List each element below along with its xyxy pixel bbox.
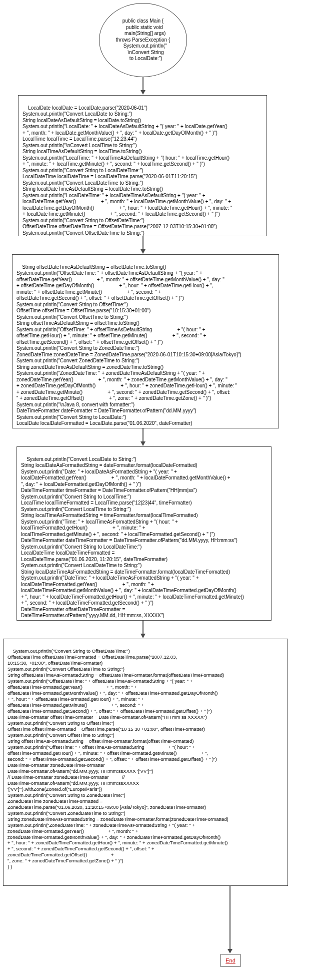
code-box-4-text: System.out.println("Convert String to Of…: [8, 648, 228, 869]
edge-box3-box4: [142, 621, 144, 634]
edge-start-box1: [142, 77, 144, 90]
code-box-2: String offsetDateTimeAsDefaultString = o…: [12, 254, 279, 428]
code-box-3: System.out.println("Convert LocalDate to…: [16, 446, 272, 621]
edge-box2-box3: [142, 428, 144, 441]
flowchart-canvas: public class Main { public static void m…: [0, 0, 314, 980]
code-box-2-text: String offsetDateTimeAsDefaultString = o…: [16, 264, 242, 426]
code-box-1-text: LocalDate localDate = LocalDate.parse("2…: [22, 105, 232, 236]
edge-box4-end: [230, 886, 230, 949]
code-box-4: System.out.println("Convert String to Of…: [3, 639, 288, 886]
edge-box1-box2: [142, 236, 144, 249]
code-box-1: LocalDate localDate = LocalDate.parse("2…: [18, 95, 267, 236]
arrowhead-box4-end: [228, 949, 232, 953]
arrowhead-box3-box4: [140, 634, 146, 638]
arrowhead-box1-box2: [140, 249, 146, 254]
end-node: End: [220, 954, 240, 967]
start-node: public class Main { public static void m…: [99, 3, 187, 77]
end-node-label: End: [226, 957, 236, 963]
arrowhead-start-box1: [140, 90, 146, 95]
start-node-text: public class Main { public static void m…: [113, 18, 173, 62]
arrowhead-box2-box3: [140, 441, 146, 446]
code-box-3-text: System.out.println("Convert LocalDate to…: [21, 456, 244, 619]
